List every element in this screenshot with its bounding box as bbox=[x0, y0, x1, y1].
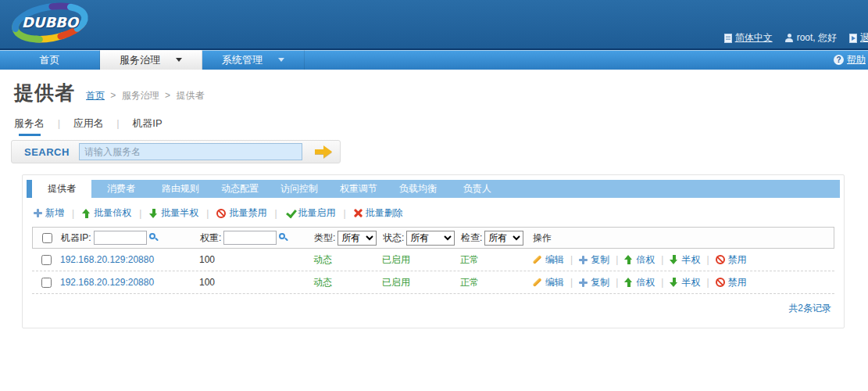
x-icon bbox=[354, 209, 363, 217]
user-greeting: root, 您好 bbox=[785, 31, 837, 45]
ban-icon bbox=[716, 255, 725, 264]
dubbo-logo[interactable]: DUBBO DUBBO bbox=[5, 2, 97, 47]
filter-row: 机器IP: 权重: 类型: 所有 状态: 所有 检查: 所有 操作 bbox=[32, 227, 834, 249]
batch-actions-bar: 新增 批量倍权 批量半权 批量禁用 批量启用 批量删除 bbox=[23, 198, 844, 227]
op-divider bbox=[706, 254, 709, 265]
action-divider bbox=[206, 208, 209, 219]
double-weight-button[interactable]: 倍权 bbox=[624, 276, 655, 289]
panel-tab-weight[interactable]: 权重调节 bbox=[329, 180, 388, 198]
edit-button[interactable]: 编辑 bbox=[532, 276, 564, 289]
nav-tab-system-management[interactable]: 系统管理 bbox=[202, 50, 305, 70]
breadcrumb-section: 服务治理 bbox=[122, 90, 159, 101]
search-icon[interactable] bbox=[279, 233, 289, 243]
panel-tab-access[interactable]: 访问控制 bbox=[270, 180, 329, 198]
copy-button[interactable]: 复制 bbox=[579, 253, 609, 267]
tab-divider bbox=[58, 117, 60, 129]
subtab-service-name[interactable]: 服务名 bbox=[14, 117, 45, 131]
help-icon bbox=[834, 55, 844, 65]
check-icon bbox=[285, 209, 295, 217]
panel-tab-owner[interactable]: 负责人 bbox=[448, 180, 507, 198]
tab-strip-accent bbox=[27, 180, 32, 198]
search-type-tabs: 服务名 应用名 机器IP bbox=[0, 117, 868, 134]
chevron-down-icon bbox=[176, 58, 182, 62]
nav-tab-service-governance[interactable]: 服务治理 bbox=[100, 50, 202, 70]
action-divider bbox=[274, 208, 277, 219]
arrow-down-icon bbox=[670, 278, 678, 287]
status-filter-label: 状态: bbox=[383, 231, 404, 245]
page-title: 提供者 bbox=[14, 80, 75, 106]
add-button[interactable]: 新增 bbox=[34, 206, 64, 220]
batch-half-weight-button[interactable]: 批量半权 bbox=[149, 206, 198, 220]
table-row: 192.168.20.129:20880 100 动态 已启用 正常 编辑 复制… bbox=[32, 249, 834, 271]
panel-tab-consumers[interactable]: 消费者 bbox=[91, 180, 151, 198]
double-weight-button[interactable]: 倍权 bbox=[624, 253, 655, 267]
search-icon[interactable] bbox=[149, 233, 159, 243]
check-filter-label: 检查: bbox=[461, 231, 482, 245]
document-icon bbox=[724, 34, 732, 43]
subtab-app-name[interactable]: 应用名 bbox=[73, 117, 104, 131]
record-count: 共2条记录 bbox=[23, 294, 844, 323]
check-value: 正常 bbox=[460, 253, 479, 267]
ban-icon bbox=[216, 209, 226, 218]
disable-button[interactable]: 禁用 bbox=[716, 253, 747, 267]
status-value: 已启用 bbox=[382, 253, 410, 267]
provider-address-link[interactable]: 192.168.20.129:20880 bbox=[60, 254, 154, 265]
arrow-up-icon bbox=[82, 209, 91, 218]
status-value: 已启用 bbox=[382, 276, 410, 289]
type-filter-select[interactable]: 所有 bbox=[338, 231, 377, 246]
select-all-checkbox[interactable] bbox=[42, 233, 52, 243]
app-header: DUBBO DUBBO 简体中文 root, 您好 退出 bbox=[0, 0, 868, 48]
row-checkbox[interactable] bbox=[41, 255, 52, 265]
panel-tab-loadbalance[interactable]: 负载均衡 bbox=[388, 180, 448, 198]
panel-tab-providers[interactable]: 提供者 bbox=[32, 180, 91, 198]
active-tab-indicator bbox=[19, 134, 41, 136]
ip-filter-input[interactable] bbox=[94, 231, 147, 245]
logout-link[interactable]: 退出 bbox=[849, 31, 868, 45]
panel-tab-routes[interactable]: 路由规则 bbox=[151, 180, 210, 198]
batch-delete-button[interactable]: 批量删除 bbox=[354, 206, 403, 220]
type-value: 动态 bbox=[313, 276, 332, 289]
disable-button[interactable]: 禁用 bbox=[716, 276, 747, 289]
weight-value: 100 bbox=[199, 277, 215, 288]
arrow-up-icon bbox=[624, 278, 633, 287]
half-weight-button[interactable]: 半权 bbox=[670, 253, 700, 267]
op-divider bbox=[661, 254, 663, 265]
op-divider bbox=[616, 254, 618, 265]
provider-address-link[interactable]: 192.168.20.129:20880 bbox=[60, 277, 154, 288]
row-checkbox[interactable] bbox=[41, 278, 52, 288]
batch-double-weight-button[interactable]: 批量倍权 bbox=[82, 206, 131, 220]
operations-column-label: 操作 bbox=[533, 231, 552, 245]
op-divider bbox=[616, 277, 618, 288]
check-filter-select[interactable]: 所有 bbox=[484, 231, 523, 246]
language-link[interactable]: 简体中文 bbox=[724, 31, 773, 45]
logout-icon bbox=[849, 34, 857, 43]
search-go-button[interactable] bbox=[315, 145, 334, 158]
batch-enable-button[interactable]: 批量启用 bbox=[285, 206, 336, 220]
type-filter-label: 类型: bbox=[314, 231, 335, 245]
logo-text: DUBBO bbox=[22, 14, 80, 30]
ip-filter-label: 机器IP: bbox=[61, 231, 91, 245]
help-link[interactable]: 帮助 bbox=[834, 50, 866, 70]
governance-tab-strip: 提供者 消费者 路由规则 动态配置 访问控制 权重调节 负载均衡 负责人 bbox=[27, 180, 840, 198]
action-divider bbox=[72, 208, 74, 219]
search-input[interactable] bbox=[79, 143, 302, 160]
main-navbar: 首页 服务治理 系统管理 帮助 bbox=[0, 48, 868, 70]
batch-disable-button[interactable]: 批量禁用 bbox=[216, 206, 266, 220]
op-divider bbox=[570, 254, 573, 265]
op-divider bbox=[661, 277, 663, 288]
status-filter-select[interactable]: 所有 bbox=[406, 231, 455, 246]
half-weight-button[interactable]: 半权 bbox=[670, 276, 700, 289]
tab-divider bbox=[116, 117, 119, 129]
check-value: 正常 bbox=[460, 276, 479, 289]
action-divider bbox=[139, 208, 141, 219]
copy-button[interactable]: 复制 bbox=[579, 276, 609, 289]
weight-filter-input[interactable] bbox=[223, 231, 277, 245]
panel-tab-overrides[interactable]: 动态配置 bbox=[210, 180, 270, 198]
subtab-machine-ip[interactable]: 机器IP bbox=[132, 117, 162, 131]
nav-tab-home[interactable]: 首页 bbox=[0, 50, 100, 70]
edit-button[interactable]: 编辑 bbox=[532, 253, 564, 267]
breadcrumb-home-link[interactable]: 首页 bbox=[86, 90, 105, 101]
weight-value: 100 bbox=[199, 254, 215, 265]
search-bar: SEARCH bbox=[11, 140, 341, 163]
plus-icon bbox=[579, 256, 588, 264]
